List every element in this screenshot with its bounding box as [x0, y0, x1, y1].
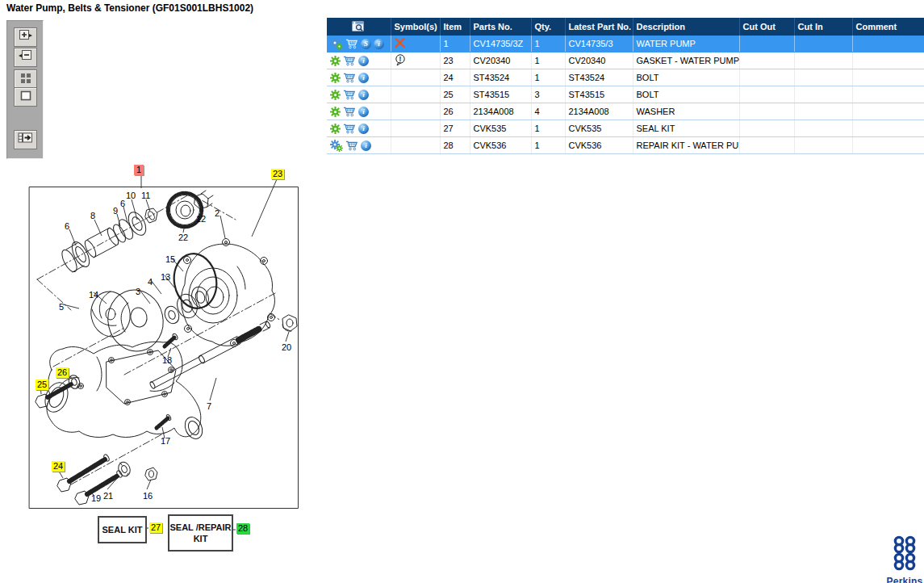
cell-item[interactable]: 27	[440, 120, 470, 137]
cell-qty[interactable]: 4	[531, 103, 565, 120]
kit-gear-icon[interactable]	[330, 140, 343, 151]
cell-qty[interactable]: 1	[531, 36, 565, 52]
cell-symbol[interactable]	[391, 120, 440, 137]
callout-10[interactable]: 10	[126, 191, 136, 201]
callout-19[interactable]: 19	[91, 493, 101, 504]
cell-icons[interactable]: i	[327, 86, 391, 103]
cell-latest[interactable]: ST43515	[565, 86, 633, 103]
callout-4[interactable]: 4	[148, 277, 153, 287]
s-sphere-icon[interactable]: S	[361, 39, 371, 49]
callout-12[interactable]: 12	[196, 214, 206, 224]
col-header-symbol[interactable]: Symbol(s)	[391, 18, 440, 36]
cell-item[interactable]: 26	[440, 103, 470, 120]
parts-table-row[interactable]: i!23CV203401CV20340GASKET - WATER PUMP	[327, 52, 924, 69]
cell-parts_no[interactable]: ST43524	[470, 69, 531, 86]
cell-icons[interactable]: Si	[327, 36, 391, 52]
cart-icon[interactable]	[343, 72, 356, 83]
cell-qty[interactable]: 1	[531, 137, 565, 154]
cell-cut_in[interactable]	[794, 36, 852, 52]
gear-icon[interactable]	[330, 124, 341, 134]
cell-symbol[interactable]	[391, 69, 440, 86]
cell-qty[interactable]: 1	[531, 120, 565, 137]
cell-cut_in[interactable]	[794, 52, 852, 69]
info-icon[interactable]: i	[374, 39, 384, 49]
cell-symbol[interactable]: !	[391, 52, 440, 69]
cell-cut_out[interactable]	[739, 137, 794, 154]
cell-comment[interactable]	[852, 36, 924, 52]
cell-latest[interactable]: 2134A008	[565, 103, 633, 120]
cell-cut_out[interactable]	[739, 103, 794, 120]
cell-latest[interactable]: CVK535	[565, 120, 633, 137]
col-header-cut_out[interactable]: Cut Out	[739, 18, 794, 36]
col-header-cut_in[interactable]: Cut In	[794, 18, 852, 36]
callout-28[interactable]: 28	[236, 523, 249, 534]
kit-gear-icon[interactable]	[330, 38, 343, 49]
cell-parts_no[interactable]: CVK535	[470, 120, 531, 137]
cell-comment[interactable]	[852, 52, 924, 69]
col-header-qty[interactable]: Qty.	[531, 18, 565, 36]
cell-symbol[interactable]	[391, 103, 440, 120]
gear-icon[interactable]	[330, 107, 341, 117]
callout-2[interactable]: 2	[215, 208, 220, 219]
cell-desc[interactable]: WASHER	[633, 103, 739, 120]
callout-15[interactable]: 15	[165, 254, 175, 265]
callout-13[interactable]: 13	[161, 272, 170, 283]
cell-icons[interactable]: i	[327, 137, 391, 154]
callout-24[interactable]: 24	[52, 461, 65, 472]
info-icon[interactable]: i	[361, 141, 371, 151]
cell-icons[interactable]: i	[327, 103, 391, 120]
zoom-out-button[interactable]	[14, 48, 37, 67]
col-header-item[interactable]: Item	[440, 18, 470, 36]
info-icon[interactable]: i	[358, 73, 369, 83]
cell-cut_in[interactable]	[794, 86, 852, 103]
info-icon[interactable]: i	[358, 107, 369, 117]
cell-parts_no[interactable]: CV20340	[470, 52, 531, 69]
parts-table-row[interactable]: i28CVK5361CVK536REPAIR KIT - WATER PUMP	[327, 137, 924, 154]
table-preview-icon[interactable]	[330, 21, 387, 32]
cell-symbol[interactable]	[391, 86, 440, 103]
cell-icons[interactable]: i	[327, 52, 391, 69]
callout-1[interactable]: 1	[134, 165, 144, 175]
cell-cut_in[interactable]	[794, 103, 852, 120]
cell-desc[interactable]: BOLT	[633, 69, 739, 86]
cell-comment[interactable]	[852, 69, 924, 86]
callout-20[interactable]: 20	[282, 342, 291, 353]
cell-desc[interactable]: BOLT	[633, 86, 739, 103]
zoom-in-button[interactable]	[14, 27, 37, 47]
info-icon[interactable]: i	[358, 56, 369, 66]
cell-cut_out[interactable]	[739, 69, 794, 86]
callout-21[interactable]: 21	[103, 491, 113, 501]
cell-qty[interactable]: 1	[531, 52, 565, 69]
col-header-icons[interactable]	[327, 18, 391, 36]
cell-qty[interactable]: 1	[531, 69, 565, 86]
callout-5[interactable]: 5	[59, 302, 64, 312]
cart-icon[interactable]	[343, 89, 356, 100]
cart-icon[interactable]	[345, 140, 358, 151]
cell-item[interactable]: 25	[440, 86, 470, 103]
cell-item[interactable]: 28	[440, 137, 470, 154]
cell-item[interactable]: 24	[440, 69, 470, 86]
callout-7[interactable]: 7	[207, 401, 211, 412]
cart-icon[interactable]	[343, 106, 356, 117]
cell-latest[interactable]: CVK536	[565, 137, 633, 154]
callout-23[interactable]: 23	[271, 169, 284, 179]
gear-icon[interactable]	[330, 73, 341, 83]
tile-view-button[interactable]	[14, 69, 37, 89]
seal-kit-box[interactable]: SEAL KIT	[98, 516, 147, 543]
cell-cut_in[interactable]	[794, 120, 852, 137]
callout-26[interactable]: 26	[56, 367, 69, 378]
callout-8[interactable]: 8	[90, 211, 95, 221]
cell-comment[interactable]	[852, 137, 924, 154]
cart-icon[interactable]	[343, 55, 356, 66]
cell-desc[interactable]: GASKET - WATER PUMP	[633, 52, 739, 69]
cell-latest[interactable]: ST43524	[565, 69, 633, 86]
cell-parts_no[interactable]: 2134A008	[470, 103, 531, 120]
cell-latest[interactable]: CV14735/3	[565, 36, 633, 52]
note-balloon-icon[interactable]: !	[395, 54, 406, 66]
cell-cut_out[interactable]	[739, 36, 794, 52]
callout-18[interactable]: 18	[162, 355, 172, 366]
parts-table-row[interactable]: i24ST435241ST43524BOLT	[327, 69, 924, 86]
col-header-desc[interactable]: Description	[633, 18, 739, 36]
col-header-latest[interactable]: Latest Part No.	[565, 18, 633, 36]
callout-11[interactable]: 11	[141, 191, 150, 201]
